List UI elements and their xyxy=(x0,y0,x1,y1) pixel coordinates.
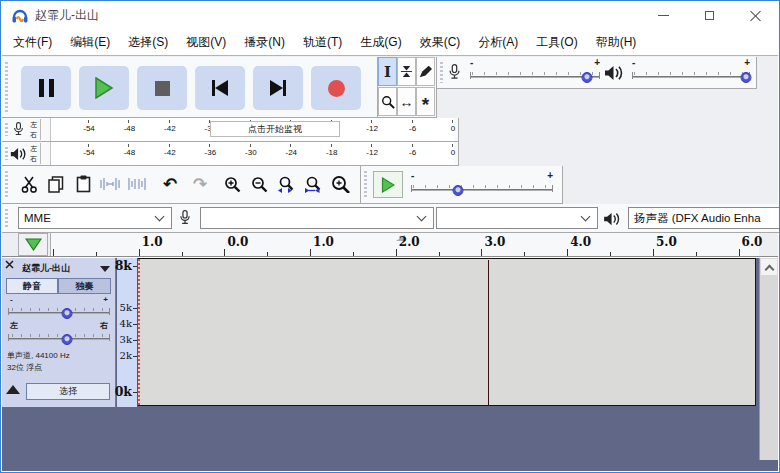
minimize-button[interactable] xyxy=(640,1,686,30)
freq-label-2: 4k xyxy=(120,318,132,329)
timeline-pin-icon xyxy=(25,238,42,251)
gain-thumb[interactable] xyxy=(62,308,73,319)
rec-volume-groove xyxy=(470,76,600,78)
menu-item-0[interactable]: 文件(F) xyxy=(4,30,61,55)
pan-left-label: 左 xyxy=(10,322,18,330)
pause-button[interactable] xyxy=(21,66,71,110)
zoom-in-icon xyxy=(224,176,241,193)
fit-project-button[interactable] xyxy=(300,171,326,197)
play-scale-label-5: -24 xyxy=(285,148,297,157)
close-button[interactable] xyxy=(732,1,778,30)
vertical-scrollbar[interactable] xyxy=(759,258,778,460)
audio-host-combo[interactable]: MME xyxy=(18,207,172,229)
play-volume-thumb[interactable] xyxy=(741,72,752,83)
track-menu-chevron-icon[interactable] xyxy=(100,266,110,272)
mute-button[interactable]: 静音 xyxy=(6,278,58,294)
scroll-up-button[interactable] xyxy=(761,259,777,275)
timeline-options-button[interactable] xyxy=(18,233,48,256)
timeline-ruler[interactable]: 1.00.01.02.03.04.05.06.07.0 xyxy=(50,233,759,256)
pan-slider[interactable]: 左 右 xyxy=(8,322,110,346)
zoom-tool-button[interactable] xyxy=(378,87,397,116)
playback-speed-slider[interactable]: - + xyxy=(411,173,553,197)
selection-tool-button[interactable]: I xyxy=(378,57,397,86)
track-control-panel: 赵霏儿-出山 静音 独奏 - + 左 右 单声道, 44100 Hz 32位 浮… xyxy=(2,258,116,407)
menu-item-10[interactable]: 帮助(H) xyxy=(587,30,646,55)
device-grip[interactable] xyxy=(5,209,8,227)
zoom-toggle-button[interactable] xyxy=(327,171,353,197)
menu-item-4[interactable]: 播录(N) xyxy=(235,30,294,55)
cut-button[interactable] xyxy=(16,171,42,197)
menu-item-1[interactable]: 编辑(E) xyxy=(61,30,119,55)
silence-audio-button[interactable] xyxy=(124,171,150,197)
scissors-icon xyxy=(21,176,38,193)
copy-button[interactable] xyxy=(43,171,69,197)
menu-item-6[interactable]: 生成(G) xyxy=(351,30,410,55)
recording-meter-mic-icon xyxy=(12,121,25,138)
maximize-button[interactable] xyxy=(686,1,732,30)
playback-device-value: 扬声器 (DFX Audio Enha xyxy=(629,211,780,226)
play-at-speed-icon xyxy=(381,177,395,193)
timeline[interactable]: 1.00.01.02.03.04.05.06.07.0 xyxy=(2,233,778,257)
menu-item-3[interactable]: 视图(V) xyxy=(177,30,235,55)
envelope-tool-button[interactable] xyxy=(397,57,416,86)
fit-selection-button[interactable] xyxy=(273,171,299,197)
transport-toolbar xyxy=(2,57,378,118)
playback-device-combo[interactable]: 扬声器 (DFX Audio Enha xyxy=(628,207,780,229)
edit-grip[interactable] xyxy=(5,171,8,198)
menu-item-8[interactable]: 分析(A) xyxy=(469,30,527,55)
tools-toolbar: I ↔ * xyxy=(378,57,437,118)
play-scale-label-9: 0 xyxy=(451,148,455,157)
gain-groove xyxy=(8,312,110,314)
speed-thumb[interactable] xyxy=(452,185,463,196)
zoom-out-button[interactable] xyxy=(246,171,272,197)
track-clip[interactable] xyxy=(138,258,756,406)
solo-button[interactable]: 独奏 xyxy=(58,278,111,294)
skip-to-end-button[interactable] xyxy=(253,66,303,110)
record-button[interactable] xyxy=(311,66,361,110)
menu-item-9[interactable]: 工具(O) xyxy=(527,30,586,55)
trim-audio-button[interactable] xyxy=(97,171,123,197)
skip-start-icon xyxy=(212,80,228,96)
monitor-tooltip[interactable]: 点击开始监视 xyxy=(210,121,340,137)
multi-tool-button[interactable]: * xyxy=(416,87,435,116)
menu-item-2[interactable]: 选择(S) xyxy=(119,30,177,55)
track-workspace[interactable]: 赵霏儿-出山 静音 独奏 - + 左 右 单声道, 44100 Hz 32位 浮… xyxy=(2,258,778,471)
close-icon xyxy=(750,10,761,21)
track-select-button[interactable]: 选择 xyxy=(26,383,110,400)
paste-button[interactable] xyxy=(70,171,96,197)
track-collapse-button[interactable] xyxy=(6,385,20,394)
stop-button[interactable] xyxy=(137,66,187,110)
frequency-ruler[interactable]: 8k5k4k3k2k0k xyxy=(117,258,138,407)
menu-item-7[interactable]: 效果(C) xyxy=(411,30,470,55)
ibeam-icon: I xyxy=(384,63,391,81)
pan-thumb[interactable] xyxy=(62,334,73,345)
freq-label-1: 5k xyxy=(120,302,132,313)
redo-button[interactable]: ↷ xyxy=(187,171,213,197)
undo-button[interactable]: ↶ xyxy=(157,171,183,197)
play-meter-grip[interactable] xyxy=(5,147,8,160)
track-close-button[interactable] xyxy=(5,260,19,273)
mixer-grip[interactable] xyxy=(440,62,443,83)
gain-slider[interactable]: - + xyxy=(8,296,110,320)
zoom-in-button[interactable] xyxy=(219,171,245,197)
recording-meter-toolbar[interactable]: 左 右 -54-48-42-36-30-24-18-12-60 点击开始监视 xyxy=(2,118,459,142)
play-scale-label-2: -42 xyxy=(164,148,176,157)
transport-grip[interactable] xyxy=(5,62,8,112)
silence-icon xyxy=(127,177,147,191)
rec-volume-thumb[interactable] xyxy=(582,72,593,83)
speed-grip[interactable] xyxy=(364,171,367,198)
track-close-icon xyxy=(5,260,14,269)
timeshift-tool-button[interactable]: ↔ xyxy=(397,87,416,116)
recording-channels-combo[interactable] xyxy=(436,207,598,229)
menu-item-5[interactable]: 轨道(T) xyxy=(294,30,351,55)
track-title[interactable]: 赵霏儿-出山 xyxy=(22,262,70,275)
playback-volume-slider[interactable]: - + xyxy=(632,60,750,84)
play-at-speed-button[interactable] xyxy=(373,171,403,198)
recording-device-combo[interactable] xyxy=(200,207,434,229)
rec-meter-grip[interactable] xyxy=(5,123,8,136)
recording-volume-slider[interactable]: - + xyxy=(470,60,600,84)
draw-tool-button[interactable] xyxy=(416,57,435,86)
skip-to-start-button[interactable] xyxy=(195,66,245,110)
play-button[interactable] xyxy=(79,66,129,110)
track-bitdepth-info: 32位 浮点 xyxy=(7,362,42,373)
